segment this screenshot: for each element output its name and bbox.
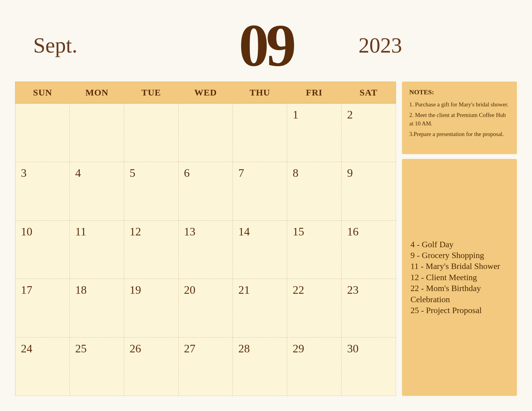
day-number: 6 bbox=[184, 167, 190, 179]
calendar-cell-3: 3 bbox=[15, 162, 70, 220]
calendar-cell-22: 22 bbox=[287, 279, 342, 337]
calendar-cell-empty bbox=[15, 104, 70, 162]
day-header-sun: SUN bbox=[15, 82, 70, 103]
day-number: 24 bbox=[21, 342, 32, 355]
calendar-cell-empty bbox=[70, 104, 124, 162]
day-number: 18 bbox=[75, 283, 87, 296]
day-number: 22 bbox=[293, 283, 304, 296]
day-header-wed: WED bbox=[178, 82, 233, 103]
calendar-cell-16: 16 bbox=[342, 221, 396, 279]
day-number: 21 bbox=[238, 283, 250, 296]
calendar-cell-18: 18 bbox=[70, 279, 124, 337]
calendar-cell-14: 14 bbox=[233, 221, 287, 279]
year-label: 2023 bbox=[358, 33, 402, 58]
calendar-cell-29: 29 bbox=[287, 338, 342, 396]
day-number: 7 bbox=[238, 167, 244, 179]
calendar-cell-20: 20 bbox=[179, 279, 233, 337]
calendar-cell-28: 28 bbox=[233, 338, 287, 396]
calendar-cell-26: 26 bbox=[124, 338, 179, 396]
event-item-1: 4 - Golf Day bbox=[410, 239, 508, 250]
month-label: Sept. bbox=[33, 33, 77, 58]
day-number: 4 bbox=[75, 167, 81, 179]
notes-item-3: 3.Prepare a presentation for the proposa… bbox=[409, 130, 510, 139]
event-item-6: 25 - Project Proposal bbox=[410, 305, 508, 316]
calendar-cell-empty bbox=[233, 104, 287, 162]
day-number: 23 bbox=[347, 283, 358, 296]
notes-title: NOTES: bbox=[409, 88, 510, 96]
calendar-cell-13: 13 bbox=[179, 221, 233, 279]
calendar-cell-30: 30 bbox=[342, 338, 396, 396]
day-number: 9 bbox=[347, 167, 353, 179]
calendar-section: SUNMONTUEWEDTHUFRISAT 123456789101112131… bbox=[15, 82, 396, 396]
day-number: 25 bbox=[75, 342, 87, 355]
calendar-cell-11: 11 bbox=[70, 221, 124, 279]
day-number: 26 bbox=[130, 342, 141, 355]
calendar-cell-8: 8 bbox=[287, 162, 342, 220]
calendar-cell-9: 9 bbox=[342, 162, 396, 220]
day-header-thu: THU bbox=[233, 82, 287, 103]
notes-box: NOTES: 1. Purchase a gift for Mary's bri… bbox=[402, 82, 517, 154]
day-number: 11 bbox=[75, 225, 86, 238]
calendar-cell-10: 10 bbox=[15, 221, 70, 279]
day-number: 3 bbox=[21, 167, 27, 179]
day-headers-row: SUNMONTUEWEDTHUFRISAT bbox=[15, 82, 396, 103]
day-number: 2 bbox=[347, 108, 353, 121]
event-item-5: 22 - Mom's Birthday Celebration bbox=[410, 283, 508, 305]
calendar-cell-25: 25 bbox=[70, 338, 124, 396]
calendar-header: Sept. 09 2023 bbox=[15, 15, 517, 76]
events-box: 4 - Golf Day9 - Grocery Shopping11 - Mar… bbox=[402, 159, 517, 396]
calendar-cell-12: 12 bbox=[124, 221, 179, 279]
day-number: 17 bbox=[21, 283, 32, 296]
calendar-cell-1: 1 bbox=[287, 104, 342, 162]
events-list: 4 - Golf Day9 - Grocery Shopping11 - Mar… bbox=[410, 239, 508, 316]
event-item-4: 12 - Client Meeting bbox=[410, 272, 508, 283]
calendar-grid: 1234567891011121314151617181920212223242… bbox=[15, 103, 396, 396]
day-number: 8 bbox=[293, 167, 298, 179]
day-number: 19 bbox=[130, 283, 141, 296]
main-layout: SUNMONTUEWEDTHUFRISAT 123456789101112131… bbox=[15, 82, 517, 396]
month-number: 09 bbox=[239, 15, 293, 76]
day-number: 14 bbox=[238, 225, 250, 238]
day-number: 13 bbox=[184, 225, 196, 238]
calendar-cell-21: 21 bbox=[233, 279, 287, 337]
calendar-cell-27: 27 bbox=[179, 338, 233, 396]
calendar-cell-7: 7 bbox=[233, 162, 287, 220]
day-number: 5 bbox=[130, 167, 135, 179]
calendar-cell-24: 24 bbox=[15, 338, 70, 396]
calendar-cell-23: 23 bbox=[342, 279, 396, 337]
event-item-3: 11 - Mary's Bridal Shower bbox=[410, 261, 508, 272]
day-number: 28 bbox=[238, 342, 250, 355]
calendar-cell-empty bbox=[124, 104, 179, 162]
notes-item-2: 2. Meet the client at Premium Coffee Hub… bbox=[409, 111, 510, 128]
day-header-tue: TUE bbox=[124, 82, 178, 103]
day-number: 15 bbox=[293, 225, 304, 238]
notes-item-1: 1. Purchase a gift for Mary's bridal sho… bbox=[409, 100, 510, 109]
calendar-cell-15: 15 bbox=[287, 221, 342, 279]
calendar-cell-4: 4 bbox=[70, 162, 124, 220]
day-number: 12 bbox=[130, 225, 141, 238]
day-number: 20 bbox=[184, 283, 196, 296]
sidebar: NOTES: 1. Purchase a gift for Mary's bri… bbox=[402, 82, 517, 396]
calendar-cell-6: 6 bbox=[179, 162, 233, 220]
day-number: 16 bbox=[347, 225, 358, 238]
day-header-fri: FRI bbox=[287, 82, 342, 103]
calendar-cell-5: 5 bbox=[124, 162, 179, 220]
day-header-sat: SAT bbox=[341, 82, 396, 103]
day-number: 10 bbox=[21, 225, 32, 238]
day-number: 27 bbox=[184, 342, 196, 355]
calendar-cell-empty bbox=[179, 104, 233, 162]
event-item-2: 9 - Grocery Shopping bbox=[410, 250, 508, 261]
day-number: 1 bbox=[293, 108, 298, 121]
day-number: 30 bbox=[347, 342, 358, 355]
calendar-cell-19: 19 bbox=[124, 279, 179, 337]
calendar-cell-17: 17 bbox=[15, 279, 70, 337]
calendar-cell-2: 2 bbox=[342, 104, 396, 162]
day-header-mon: MON bbox=[70, 82, 124, 103]
notes-list: 1. Purchase a gift for Mary's bridal sho… bbox=[409, 100, 510, 138]
day-number: 29 bbox=[293, 342, 304, 355]
